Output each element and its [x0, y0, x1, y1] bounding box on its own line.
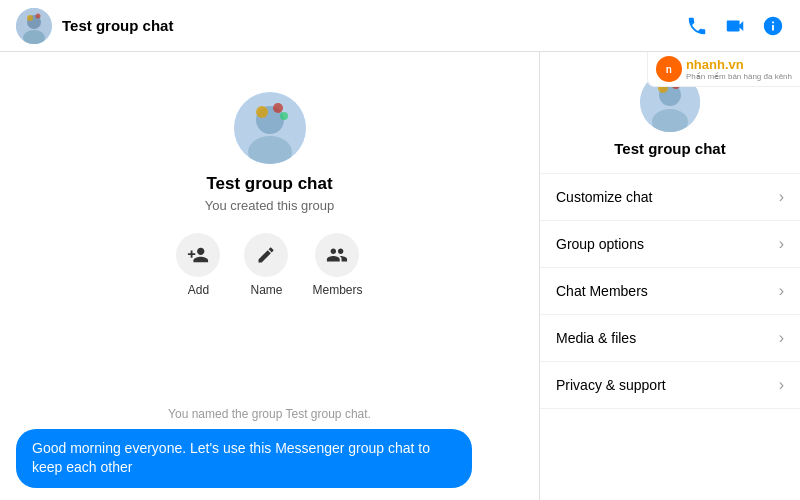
section-group-options[interactable]: Group options › — [540, 221, 800, 268]
chevron-icon-customize: › — [779, 188, 784, 206]
brand-tagline: Phần mềm bán hàng đa kênh — [686, 72, 792, 81]
chevron-icon-group-options: › — [779, 235, 784, 253]
header-actions — [686, 15, 784, 37]
section-media-files[interactable]: Media & files › — [540, 315, 800, 362]
add-label: Add — [188, 283, 209, 297]
svg-point-10 — [280, 112, 288, 120]
phone-icon[interactable] — [686, 15, 708, 37]
chevron-icon-chat-members: › — [779, 282, 784, 300]
section-label-customize: Customize chat — [556, 189, 652, 205]
header-avatar — [16, 8, 52, 44]
brand-name: nhanh.vn — [686, 57, 792, 72]
section-chat-members[interactable]: Chat Members › — [540, 268, 800, 315]
group-name: Test group chat — [206, 174, 332, 194]
avatar-image — [16, 8, 52, 44]
add-member-action[interactable]: Add — [176, 233, 220, 297]
group-actions: Add Name Members — [176, 233, 362, 297]
system-message: You named the group Test group chat. — [16, 407, 523, 421]
name-action[interactable]: Name — [244, 233, 288, 297]
video-icon[interactable] — [724, 15, 746, 37]
name-label: Name — [250, 283, 282, 297]
section-label-group-options: Group options — [556, 236, 644, 252]
svg-point-8 — [256, 106, 268, 118]
brand-overlay: n nhanh.vn Phần mềm bán hàng đa kênh — [647, 52, 800, 87]
section-label-chat-members: Chat Members — [556, 283, 648, 299]
add-member-icon — [176, 233, 220, 277]
panel-top: n nhanh.vn Phần mềm bán hàng đa kênh — [540, 52, 800, 174]
info-icon[interactable] — [762, 15, 784, 37]
chat-header: Test group chat — [0, 0, 800, 52]
chevron-icon-media-files: › — [779, 329, 784, 347]
svg-point-3 — [27, 15, 33, 21]
chevron-icon-privacy-support: › — [779, 376, 784, 394]
chat-content: Test group chat You created this group A… — [0, 52, 539, 399]
edit-icon — [244, 233, 288, 277]
header-title: Test group chat — [62, 17, 686, 34]
members-action[interactable]: Members — [312, 233, 362, 297]
section-privacy-support[interactable]: Privacy & support › — [540, 362, 800, 409]
svg-point-9 — [273, 103, 283, 113]
svg-point-4 — [36, 13, 41, 18]
section-label-privacy-support: Privacy & support — [556, 377, 666, 393]
chat-bubble: Good morning everyone. Let's use this Me… — [16, 429, 472, 488]
brand-logo-circle: n — [656, 56, 682, 82]
members-label: Members — [312, 283, 362, 297]
chat-area: Test group chat You created this group A… — [0, 52, 540, 500]
main-layout: Test group chat You created this group A… — [0, 52, 800, 500]
members-icon — [315, 233, 359, 277]
section-label-media-files: Media & files — [556, 330, 636, 346]
group-subtitle: You created this group — [205, 198, 335, 213]
chat-footer: You named the group Test group chat. Goo… — [0, 399, 539, 500]
brand-info: nhanh.vn Phần mềm bán hàng đa kênh — [686, 57, 792, 81]
right-panel: n nhanh.vn Phần mềm bán hàng đa kênh — [540, 52, 800, 500]
section-customize-chat[interactable]: Customize chat › — [540, 174, 800, 221]
group-avatar — [234, 92, 306, 164]
panel-sections: Customize chat › Group options › Chat Me… — [540, 174, 800, 409]
panel-group-name: Test group chat — [614, 140, 725, 157]
